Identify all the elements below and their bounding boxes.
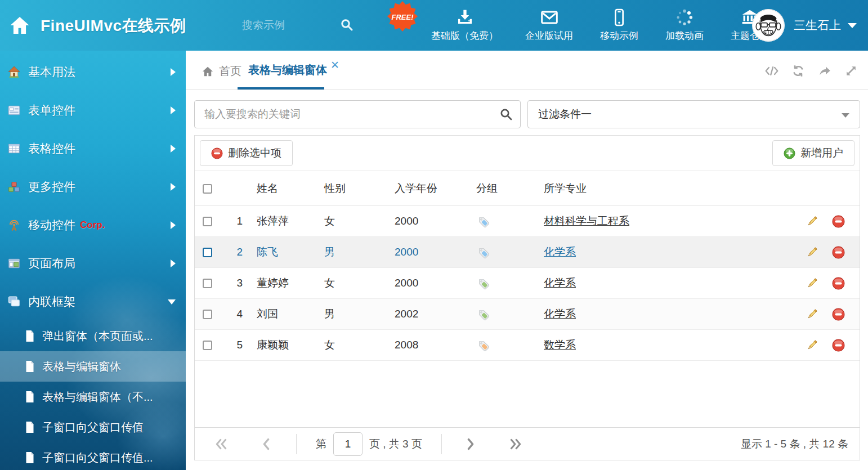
maximize-icon[interactable] (844, 64, 858, 78)
sidebar-item[interactable]: 内联框架 (0, 283, 186, 321)
sidebar-subitem[interactable]: 子窗口向父窗口传值... (0, 442, 186, 470)
edit-pencil-icon[interactable] (806, 215, 818, 228)
search-icon[interactable] (340, 18, 354, 32)
delete-minus-icon[interactable] (832, 308, 845, 321)
select-all-checkbox[interactable] (203, 184, 212, 194)
header-nav-phone[interactable]: 移动示例 (587, 8, 652, 42)
free-badge: FREE! (387, 1, 418, 32)
sidebar-subitem[interactable]: 表格与编辑窗体 (0, 351, 186, 382)
sidebar-subitem[interactable]: 表格与编辑窗体（不... (0, 382, 186, 412)
edit-pencil-icon[interactable] (806, 277, 818, 290)
chevron-right-icon (171, 106, 176, 114)
row-checkbox[interactable] (203, 248, 212, 257)
minus-circle-icon (211, 147, 223, 159)
major-link[interactable]: 化学系 (544, 246, 576, 258)
active-tab-underline (238, 87, 324, 89)
header-nav-label: 加载动画 (665, 29, 704, 42)
row-number: 3 (222, 277, 248, 289)
source-code-icon[interactable] (765, 64, 778, 78)
download-icon (456, 8, 474, 26)
major-link[interactable]: 数学系 (544, 339, 576, 351)
table-row[interactable]: 5康颖颖女2008数学系 (195, 330, 860, 361)
sidebar-subitem[interactable]: 弹出窗体（本页面或... (0, 321, 186, 351)
table-body: 1张萍萍女2000材料科学与工程系2陈飞男2000化学系3董婷婷女2000化学系… (195, 206, 860, 361)
refresh-icon[interactable] (791, 64, 805, 78)
sidebar-subitem[interactable]: 子窗口向父窗口传值 (0, 412, 186, 442)
page-suffix: 页 , 共 3 页 (369, 437, 422, 451)
tab-active-label: 表格与编辑窗体 (248, 64, 327, 76)
sidebar-item[interactable]: 移动控件Corp. (0, 206, 186, 244)
delete-minus-icon[interactable] (832, 246, 845, 259)
page-icon (24, 330, 35, 342)
header-nav: 基础版（免费）企业版试用移动示例加载动画主题仓库 (418, 0, 782, 51)
row-number: 2 (222, 246, 248, 258)
delete-minus-icon[interactable] (832, 339, 845, 352)
header-nav-label: 移动示例 (600, 29, 638, 42)
column-major: 所学专业 (535, 181, 798, 196)
envelope-icon (540, 8, 558, 26)
header-search-input[interactable] (242, 17, 326, 34)
user-menu[interactable]: 三生石上 (752, 0, 857, 51)
tab-grid-edit-window[interactable]: 表格与编辑窗体✕ (248, 62, 339, 78)
chevron-right-icon (171, 183, 176, 191)
header-nav-spinner[interactable]: 加载动画 (652, 8, 717, 42)
home-icon[interactable] (9, 15, 30, 36)
table-row[interactable]: 2陈飞男2000化学系 (195, 237, 860, 268)
row-checkbox[interactable] (203, 341, 212, 350)
chevron-down-icon (842, 113, 849, 118)
sidebar-item[interactable]: 基本用法 (0, 53, 186, 91)
add-user-button[interactable]: 新增用户 (772, 140, 854, 166)
row-checkbox[interactable] (203, 217, 212, 226)
edit-pencil-icon[interactable] (806, 339, 818, 352)
sidebar-item[interactable]: 更多控件 (0, 168, 186, 206)
row-number: 1 (222, 215, 248, 227)
keyword-search-input[interactable] (194, 100, 521, 128)
row-checkbox[interactable] (203, 279, 212, 288)
major-link[interactable]: 化学系 (544, 277, 576, 289)
delete-selected-button[interactable]: 删除选中项 (200, 140, 293, 166)
last-page-button[interactable] (509, 438, 522, 450)
tab-home-label: 首页 (219, 64, 241, 79)
table-row[interactable]: 4刘国男2002化学系 (195, 299, 860, 330)
cell-name: 董婷婷 (248, 276, 315, 290)
open-new-window-icon[interactable] (818, 64, 831, 78)
divider (441, 434, 442, 454)
delete-minus-icon[interactable] (832, 215, 845, 228)
add-user-label: 新增用户 (800, 146, 843, 160)
prev-page-button[interactable] (260, 438, 272, 450)
avatar[interactable] (752, 9, 785, 42)
close-icon[interactable]: ✕ (330, 59, 339, 71)
tab-home[interactable]: 首页 (202, 64, 241, 79)
cell-gender: 女 (315, 276, 386, 290)
next-page-button[interactable] (464, 438, 477, 450)
table-row[interactable]: 1张萍萍女2000材料科学与工程系 (195, 206, 860, 237)
first-page-button[interactable] (215, 438, 227, 450)
column-gender: 性别 (315, 181, 386, 196)
chevron-right-icon (171, 145, 176, 153)
sidebar-item[interactable]: 表格控件 (0, 129, 186, 168)
filter-dropdown[interactable]: 过滤条件一 (527, 100, 860, 128)
sidebar-item[interactable]: 页面布局 (0, 244, 186, 283)
column-group: 分组 (467, 181, 535, 196)
sidebar-item[interactable]: 表单控件 (0, 91, 186, 129)
filter-row: 过滤条件一 (194, 100, 860, 128)
row-checkbox[interactable] (203, 310, 212, 319)
edit-pencil-icon[interactable] (806, 246, 818, 259)
cell-gender: 男 (315, 245, 386, 259)
header-nav-download[interactable]: 基础版（免费） (418, 8, 512, 42)
search-icon[interactable] (499, 108, 513, 121)
page-number-input[interactable] (333, 432, 363, 456)
major-link[interactable]: 材料科学与工程系 (544, 215, 629, 227)
column-year: 入学年份 (386, 181, 467, 196)
major-link[interactable]: 化学系 (544, 308, 576, 320)
table-row[interactable]: 3董婷婷女2000化学系 (195, 268, 860, 299)
pagination-bar: 第 页 , 共 3 页 显示 1 - 5 条 , 共 12 条 (195, 427, 860, 460)
tag-icon (476, 214, 490, 229)
table-color-icon (8, 142, 20, 155)
antenna-color-icon (8, 219, 20, 231)
delete-minus-icon[interactable] (832, 277, 845, 290)
header-nav-envelope[interactable]: 企业版试用 (512, 8, 587, 42)
chevron-down-icon (848, 23, 857, 28)
edit-pencil-icon[interactable] (806, 308, 818, 321)
grid-panel: 删除选中项 新增用户 姓名 性别 入学年份 分组 所学专业 1张萍萍女2000材… (194, 135, 860, 460)
